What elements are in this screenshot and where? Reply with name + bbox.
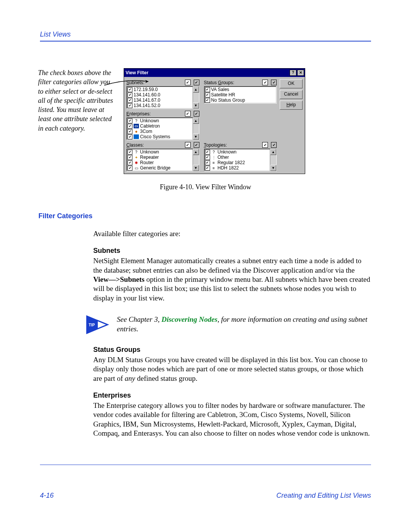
checkbox-icon[interactable]: ✔ [205, 93, 210, 97]
top-deselect-all-checkbox[interactable]: ✔ [271, 142, 277, 148]
checkbox-icon[interactable]: ✔ [127, 160, 132, 165]
checkbox-icon[interactable]: ✔ [205, 155, 210, 160]
annotation-text: The check boxes above the filter categor… [38, 68, 116, 133]
list-item: ✔✱Router [127, 160, 192, 165]
status-groups-paragraph: Any DLM Status Groups you have created w… [93, 355, 371, 383]
ent-deselect-all-checkbox[interactable]: ✔ [194, 111, 199, 117]
enterprises-heading: Enterprises [93, 391, 371, 399]
unknown-icon: ? [211, 150, 217, 154]
list-item: ✔≡Regular 1822 [205, 160, 269, 165]
hdh-1822-icon: ≡ [211, 166, 217, 170]
scroll-down-icon[interactable]: ▼ [193, 102, 199, 109]
checkbox-icon[interactable]: ✔ [127, 103, 132, 108]
intro-paragraph: Available filter categories are: [93, 229, 371, 238]
subnets-heading: Subnets [93, 247, 371, 255]
classes-label: Classes: [126, 142, 144, 148]
enterprises-listbox[interactable]: ✔?Unknown ✔CtCabletron ✔◆3Com ✔Cisco Sys… [126, 117, 199, 140]
checkbox-icon[interactable]: ✔ [127, 134, 132, 139]
tip-text: See Chapter 3, Discovering Nodes, for mo… [117, 315, 371, 334]
scroll-down-icon[interactable]: ▼ [270, 165, 276, 171]
list-item: ✔134.141.52.0 [127, 103, 192, 108]
checkbox-icon[interactable]: ✔ [205, 150, 210, 155]
subnets-group: Subnets: ✔ ✔ ✔172.19.59.0 ✔134.141.60.0 … [126, 79, 199, 109]
checkbox-icon[interactable]: ✔ [127, 98, 132, 103]
cls-select-all-checkbox[interactable]: ✔ [185, 142, 191, 148]
subnets-deselect-all-checkbox[interactable]: ✔ [194, 80, 199, 85]
subnets-label: Subnets: [126, 80, 144, 85]
tip-block: TIP See Chapter 3, Discovering Nodes, fo… [86, 315, 371, 334]
list-item: ✔⋮Other [205, 155, 269, 160]
status-groups-label: Status Groups: [204, 80, 234, 85]
titlebar-close-button[interactable]: ✕ [297, 70, 304, 76]
checkbox-icon[interactable]: ✔ [127, 124, 132, 129]
footer-title: Creating and Editing List Views [276, 492, 371, 500]
status-groups-group: Status Groups: ✔ ✔ ✔VA Sales ✔Satellite … [204, 79, 277, 109]
classes-listbox[interactable]: ✔?Unknown ✔✦Repeater ✔✱Router ✔▭Generic … [126, 149, 199, 171]
checkbox-icon[interactable]: ✔ [127, 118, 132, 123]
tip-link[interactable]: Discovering Nodes [161, 315, 217, 323]
filter-categories-heading: Filter Categories [38, 212, 371, 220]
scroll-up-icon[interactable]: ▲ [193, 149, 199, 155]
classes-group: Classes: ✔ ✔ ✔?Unknown ✔✦Repeater ✔✱Rout… [126, 142, 199, 171]
top-select-all-checkbox[interactable]: ✔ [262, 142, 268, 148]
scroll-down-icon[interactable]: ▼ [193, 134, 199, 140]
list-item: ✔172.19.59.0 [127, 87, 192, 92]
list-item: ✔✦Repeater [127, 155, 192, 160]
scroll-down-icon[interactable]: ▼ [193, 165, 199, 171]
other-icon: ⋮ [211, 155, 217, 160]
scroll-up-icon[interactable]: ▲ [270, 149, 276, 155]
list-item: ✔134.141.60.0 [127, 92, 192, 97]
checkbox-icon[interactable]: ✔ [127, 155, 132, 160]
figure-caption: Figure 4-10. View Filter Window [40, 183, 371, 191]
view-filter-window: View Filter ? ✕ Subnets: [124, 68, 305, 174]
list-item: ✔?Unknown [127, 149, 192, 155]
enterprises-label: Enterprises: [126, 111, 151, 117]
titlebar-help-button[interactable]: ? [290, 70, 296, 76]
list-item: ✔CtCabletron [127, 123, 192, 129]
subnets-paragraph: NetSight Element Manager automatically c… [93, 256, 371, 303]
cabletron-icon: Ct [134, 124, 139, 128]
unknown-icon: ? [134, 150, 139, 154]
titlebar[interactable]: View Filter ? ✕ [124, 69, 305, 77]
enterprises-paragraph: The Enterprise category allows you to fi… [93, 401, 371, 438]
ok-button[interactable]: OK [280, 79, 303, 88]
checkbox-icon[interactable]: ✔ [205, 98, 210, 103]
subnets-listbox[interactable]: ✔172.19.59.0 ✔134.141.60.0 ✔134.141.67.0… [126, 86, 199, 109]
scroll-up-icon[interactable]: ▲ [193, 118, 199, 124]
checkbox-icon[interactable]: ✔ [127, 166, 132, 171]
checkbox-icon[interactable]: ✔ [127, 87, 132, 92]
status-groups-heading: Status Groups [93, 346, 371, 354]
cls-deselect-all-checkbox[interactable]: ✔ [194, 142, 199, 148]
checkbox-icon[interactable]: ✔ [127, 129, 132, 134]
scrollbar[interactable]: ▲ ▼ [193, 86, 199, 109]
tip-icon: TIP [86, 315, 110, 334]
topologies-listbox[interactable]: ✔?Unknown ✔⋮Other ✔≡Regular 1822 ✔≡HDH 1… [204, 149, 277, 171]
regular-1822-icon: ≡ [211, 160, 217, 165]
cancel-button[interactable]: Cancel [280, 90, 303, 99]
checkbox-icon[interactable]: ✔ [205, 166, 210, 171]
status-groups-listbox[interactable]: ✔VA Sales ✔Satellite HR ✔No Status Group [204, 86, 277, 104]
scroll-up-icon[interactable]: ▲ [193, 86, 199, 93]
subnets-select-all-checkbox[interactable]: ✔ [185, 80, 191, 85]
page-number: 4-16 [40, 492, 54, 500]
scrollbar[interactable]: ▲ ▼ [270, 149, 276, 171]
checkbox-icon[interactable]: ✔ [127, 150, 132, 155]
status-deselect-all-checkbox[interactable]: ✔ [271, 80, 277, 85]
checkbox-icon[interactable]: ✔ [127, 93, 132, 97]
scrollbar[interactable]: ▲ ▼ [193, 118, 199, 140]
status-select-all-checkbox[interactable]: ✔ [262, 80, 268, 85]
list-item: ✔Cisco Systems [127, 134, 192, 139]
scrollbar[interactable]: ▲ ▼ [193, 149, 199, 171]
list-item: ✔≡HDH 1822 [205, 165, 269, 171]
list-item: ✔VA Sales [205, 87, 276, 92]
topologies-label: Topologies: [204, 142, 227, 148]
bridge-icon: ▭ [134, 166, 139, 170]
unknown-icon: ? [134, 118, 139, 123]
list-item: ✔?Unknown [205, 149, 269, 155]
help-button[interactable]: Help [280, 101, 303, 110]
repeater-icon: ✦ [134, 155, 139, 160]
checkbox-icon[interactable]: ✔ [205, 87, 210, 92]
ent-select-all-checkbox[interactable]: ✔ [185, 111, 191, 117]
list-item: ✔No Status Group [205, 97, 276, 103]
checkbox-icon[interactable]: ✔ [205, 160, 210, 165]
